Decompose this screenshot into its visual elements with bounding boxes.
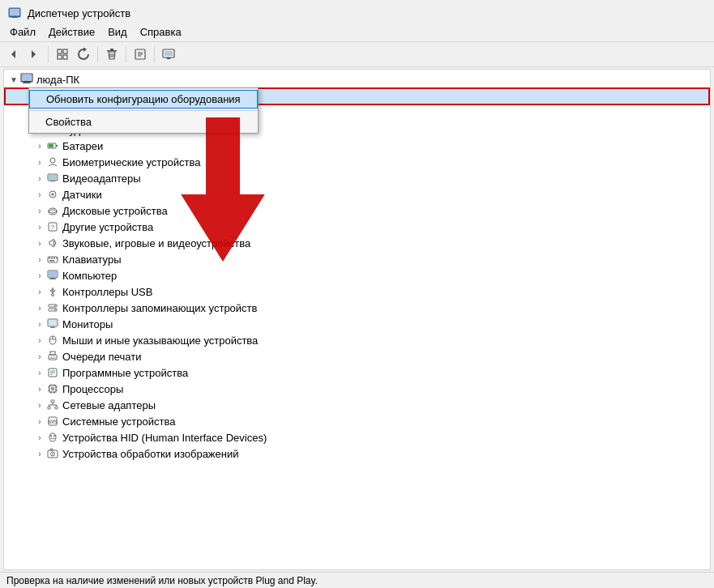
- tree-item-sensors[interactable]: › Датчики: [4, 186, 710, 202]
- mouse-icon: [46, 334, 59, 347]
- status-bar: Проверка на наличие изменений или новых …: [0, 572, 714, 588]
- storage-icon: [46, 301, 59, 314]
- svg-rect-30: [56, 145, 58, 147]
- main-content: ▼ люда-ПК › Bl: [3, 69, 711, 570]
- tree-item-disk[interactable]: › Дисковые устройства: [4, 202, 710, 219]
- tree-item-disk-label: Дисковые устройства: [62, 205, 168, 217]
- svg-rect-25: [23, 83, 31, 83]
- hid-icon: [46, 431, 59, 444]
- svg-rect-45: [49, 258, 50, 259]
- expand-icon-video[interactable]: ›: [33, 172, 46, 185]
- svg-rect-48: [56, 258, 58, 259]
- tree-item-monitors[interactable]: › Мониторы: [4, 316, 710, 332]
- tree-item-biometric[interactable]: › Биометрические устройства: [4, 154, 710, 170]
- video-icon: [46, 172, 59, 185]
- expand-icon-usb[interactable]: ›: [33, 285, 46, 298]
- keyboard-icon: [46, 253, 59, 266]
- context-menu-separator: [29, 110, 258, 111]
- tree-root[interactable]: ▼ люда-ПК: [4, 71, 710, 87]
- computer-sm-icon: [46, 269, 59, 282]
- svg-rect-62: [50, 327, 55, 328]
- tree-item-battery-label: Батареи: [62, 140, 103, 152]
- tree-item-sensors-label: Датчики: [62, 189, 102, 201]
- tree-item-imaging-label: Устройства обработки изображений: [62, 448, 239, 460]
- expand-icon-sound[interactable]: ›: [33, 236, 46, 249]
- expand-icon-battery[interactable]: ›: [33, 139, 46, 152]
- svg-rect-49: [49, 260, 54, 262]
- svg-rect-61: [51, 326, 54, 327]
- tree-item-video[interactable]: › Видеоадаптеры: [4, 170, 710, 186]
- refresh-button[interactable]: [74, 45, 93, 64]
- expand-icon-other[interactable]: ›: [33, 220, 46, 233]
- toolbar-separator-4: [154, 46, 155, 62]
- menu-view[interactable]: Вид: [101, 24, 134, 40]
- title-bar: Диспетчер устройств: [0, 0, 714, 23]
- svg-rect-1: [10, 9, 19, 15]
- tree-item-software[interactable]: › Программные устройства: [4, 364, 710, 381]
- remove-button[interactable]: [102, 45, 122, 64]
- expand-icon-disk[interactable]: ›: [33, 204, 46, 217]
- tree-view[interactable]: ▼ люда-ПК › Bl: [4, 70, 710, 569]
- tree-item-sound[interactable]: › Звуковые, игровые и видеоустройства: [4, 235, 710, 251]
- expand-icon-monitors[interactable]: ›: [33, 317, 46, 330]
- tree-item-cpu[interactable]: › Процессоры: [4, 381, 710, 397]
- battery-icon: [46, 139, 59, 152]
- svg-rect-53: [49, 279, 56, 279]
- expand-icon-hid[interactable]: ›: [33, 431, 46, 444]
- back-button[interactable]: [3, 45, 23, 64]
- menu-action[interactable]: Действие: [42, 24, 101, 40]
- svg-point-32: [50, 158, 55, 163]
- forward-button[interactable]: [24, 45, 44, 64]
- tree-item-network-label: Сетевые адаптеры: [62, 399, 156, 411]
- tree-item-usb[interactable]: › Контроллеры USB: [4, 283, 710, 300]
- tree-item-system[interactable]: › SYS Системные устройства: [4, 413, 710, 429]
- window-icon: [8, 6, 21, 19]
- svg-point-93: [50, 435, 52, 437]
- tree-item-mouse[interactable]: › Мыши и иные указывающие устройства: [4, 332, 710, 348]
- status-text: Проверка на наличие изменений или новых …: [6, 575, 318, 586]
- properties-button[interactable]: [130, 45, 150, 64]
- expand-icon-storage[interactable]: ›: [33, 301, 46, 314]
- cpu-icon: [46, 382, 59, 395]
- svg-rect-18: [165, 51, 173, 56]
- tree-item-print-label: Очереди печати: [62, 351, 142, 363]
- monitor-icon: [46, 317, 59, 330]
- expand-icon-keyboard[interactable]: ›: [33, 253, 46, 266]
- show-button[interactable]: [53, 45, 72, 64]
- context-menu: Обновить конфигурацию оборудования Свойс…: [28, 87, 259, 134]
- biometric-icon: [46, 156, 59, 168]
- svg-rect-51: [49, 271, 57, 277]
- tree-item-keyboard[interactable]: › Клавиатуры: [4, 251, 710, 267]
- tree-item-hid[interactable]: › Устройства HID (Human Interface Device…: [4, 429, 710, 445]
- tree-item-storage[interactable]: › Контроллеры запоминающих устройств: [4, 300, 710, 316]
- tree-item-other[interactable]: › ? Другие устройства: [4, 219, 710, 235]
- context-menu-properties[interactable]: Свойства: [29, 113, 258, 131]
- tree-item-monitors-label: Мониторы: [62, 318, 113, 330]
- svg-point-94: [53, 435, 55, 437]
- tree-item-hid-label: Устройства HID (Human Interface Devices): [62, 432, 267, 444]
- expand-icon-print[interactable]: ›: [33, 350, 46, 363]
- tree-item-video-label: Видеоадаптеры: [62, 173, 141, 185]
- tree-item-computer[interactable]: › Компьютер: [4, 267, 710, 283]
- svg-rect-83: [51, 400, 54, 403]
- expand-icon-system[interactable]: ›: [33, 415, 46, 428]
- menu-help[interactable]: Справка: [134, 24, 188, 40]
- expand-icon-imaging[interactable]: ›: [33, 447, 46, 460]
- expand-icon-software[interactable]: ›: [33, 366, 46, 379]
- expand-icon-computer[interactable]: ›: [33, 269, 46, 282]
- expand-icon-biometric[interactable]: ›: [33, 156, 46, 168]
- context-menu-update[interactable]: Обновить конфигурацию оборудования: [29, 90, 258, 109]
- expand-icon-sensors[interactable]: ›: [33, 188, 46, 201]
- toolbar-separator-1: [48, 46, 49, 62]
- usb-icon: [46, 285, 59, 298]
- menu-file[interactable]: Файл: [3, 24, 42, 40]
- expand-icon-mouse[interactable]: ›: [33, 334, 46, 347]
- tree-item-battery[interactable]: › Батареи: [4, 138, 710, 154]
- tree-item-network[interactable]: › Сетевые адаптеры: [4, 397, 710, 413]
- expand-icon-cpu[interactable]: ›: [33, 382, 46, 395]
- tree-item-print[interactable]: › Очереди печати: [4, 348, 710, 364]
- tree-item-imaging[interactable]: › Устройства обработки изображений: [4, 445, 710, 462]
- display-button[interactable]: [159, 45, 178, 64]
- expand-icon-network[interactable]: ›: [33, 398, 46, 411]
- expand-icon-root[interactable]: ▼: [7, 73, 20, 86]
